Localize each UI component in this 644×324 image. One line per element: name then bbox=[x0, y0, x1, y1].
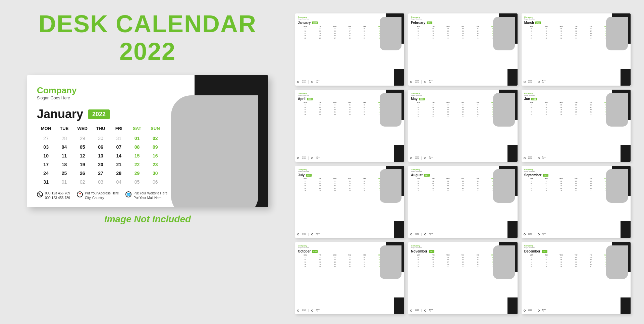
thumb-day: 06 bbox=[524, 182, 539, 185]
thumb-hdr-thu: THU bbox=[569, 178, 583, 180]
thumb-day: 15 bbox=[411, 261, 426, 263]
thumb-day: 28 bbox=[539, 266, 554, 268]
thumb-day: 29 bbox=[357, 266, 372, 268]
thumb-day: 22 bbox=[411, 35, 426, 37]
thumb-phone-text: 000 123456 789 bbox=[528, 81, 532, 83]
thumb-month-name: November bbox=[411, 249, 427, 253]
thumb-hdr-thu: THU bbox=[569, 102, 583, 103]
thumb-day: 28 bbox=[342, 266, 357, 268]
thumb-location-icon bbox=[311, 81, 313, 83]
thumb-day: 19 bbox=[313, 35, 327, 37]
calendar-day: 18 bbox=[55, 160, 73, 169]
thumb-day: 16 bbox=[569, 185, 583, 187]
thumb-black-corner-bottom bbox=[507, 297, 518, 314]
thumb-phone-icon bbox=[297, 310, 299, 312]
thumb-day: 24 bbox=[569, 111, 583, 113]
thumb-day: 25 bbox=[569, 35, 583, 37]
thumb-hdr-tue: TUE bbox=[539, 178, 554, 180]
thumb-hdr-mon: MON bbox=[524, 178, 539, 180]
thumb-day: 10 bbox=[441, 30, 455, 32]
thumb-day: 08 bbox=[554, 182, 569, 185]
thumb-day: 15 bbox=[524, 32, 539, 35]
thumb-day: 30 bbox=[313, 104, 327, 106]
thumb-day: 02 bbox=[357, 104, 372, 106]
thumb-hdr-tue: TUE bbox=[426, 102, 441, 103]
phone-icon: 📞 bbox=[37, 191, 43, 197]
thumb-hdr-tue: TUE bbox=[313, 254, 327, 256]
thumb-phone-text: 000 123456 789 bbox=[415, 81, 419, 83]
thumb-day: 17 bbox=[583, 185, 598, 187]
thumb-day: 20 bbox=[327, 263, 342, 266]
thumb-day: 17 bbox=[554, 32, 569, 35]
thumb-phone-text: 000 123456 789 bbox=[415, 309, 419, 312]
thumb-hdr-fri: FRI bbox=[470, 102, 485, 103]
thumb-day: 06 bbox=[313, 106, 327, 108]
thumb-day: 01 bbox=[411, 28, 426, 30]
thumb-day: 27 bbox=[470, 104, 485, 106]
thumb-day: 31 bbox=[411, 104, 426, 106]
calendar-day: 13 bbox=[92, 152, 110, 160]
thumb-card-november: Company Slogan Goes Here November 2022 M… bbox=[408, 242, 517, 314]
thumb-year-badge: 2022 bbox=[542, 250, 547, 253]
thumb-day: 30 bbox=[569, 189, 583, 192]
thumb-day: 11 bbox=[298, 261, 313, 263]
thumb-day: 15 bbox=[357, 32, 372, 35]
thumb-hdr-tue: TUE bbox=[539, 254, 554, 256]
thumb-day: 13 bbox=[524, 185, 539, 187]
thumb-location-icon bbox=[538, 310, 540, 312]
thumb-day: 04 bbox=[569, 28, 583, 30]
calendar-day: 05 bbox=[73, 143, 92, 151]
calendar-day: 26 bbox=[73, 169, 92, 177]
thumb-day: 09 bbox=[357, 106, 372, 108]
thumb-day: 12 bbox=[441, 108, 455, 111]
thumb-day: 10 bbox=[441, 259, 455, 261]
thumb-day: 16 bbox=[539, 32, 554, 35]
left-panel: DESK CALENDAR 2022 Company Slogan Goes H… bbox=[13, 10, 282, 225]
thumb-day: 08 bbox=[411, 30, 426, 32]
thumb-day: 29 bbox=[342, 189, 357, 192]
thumb-day: 24 bbox=[583, 187, 598, 189]
thumb-black-corner-bottom bbox=[621, 145, 631, 162]
thumb-day: 11 bbox=[298, 32, 313, 35]
thumb-day: 26 bbox=[470, 187, 485, 189]
thumb-location-icon bbox=[311, 310, 313, 312]
thumb-month-name: Jun bbox=[524, 97, 530, 101]
thumb-day: 21 bbox=[327, 111, 342, 113]
thumb-day: 06 bbox=[313, 182, 327, 185]
thumb-day: 20 bbox=[524, 263, 539, 266]
thumb-month-name: October bbox=[298, 249, 311, 253]
thumb-day: 20 bbox=[455, 111, 470, 113]
calendar-day: 25 bbox=[55, 169, 73, 177]
thumb-address-text: AddressCity bbox=[316, 309, 320, 312]
thumb-day: 18 bbox=[426, 111, 441, 113]
thumb-day: 09 bbox=[539, 30, 554, 32]
thumb-day: 31 bbox=[524, 180, 539, 182]
thumb-hdr-thu: THU bbox=[455, 178, 470, 180]
thumb-day: 11 bbox=[583, 106, 598, 108]
thumb-day: 02 bbox=[426, 37, 441, 39]
thumb-day: 27 bbox=[524, 189, 539, 192]
thumb-card-january: Company Slogan Goes Here January 2022 MO… bbox=[295, 13, 404, 86]
hdr-sun: SUN bbox=[146, 125, 164, 132]
thumb-day: 01 bbox=[554, 180, 569, 182]
thumb-hdr-mon: MON bbox=[298, 254, 313, 256]
thumb-day: 25 bbox=[583, 111, 598, 113]
thumb-day: 30 bbox=[554, 113, 569, 115]
thumb-hdr-wed: WED bbox=[554, 254, 569, 256]
calendar-grid: MON TUE WED THU FRI SAT SUN 272829303101… bbox=[37, 125, 164, 186]
calendar-day: 04 bbox=[55, 143, 73, 151]
thumb-day: 22 bbox=[539, 111, 554, 113]
calendar-day: 17 bbox=[37, 160, 55, 169]
thumb-hdr-tue: TUE bbox=[426, 26, 441, 27]
thumb-day: 08 bbox=[411, 182, 426, 185]
thumb-day: 26 bbox=[470, 263, 485, 266]
thumb-day: 27 bbox=[327, 37, 342, 39]
thumb-phone-icon bbox=[410, 81, 412, 83]
thumb-day: 07 bbox=[470, 106, 485, 108]
thumb-day: 22 bbox=[342, 111, 357, 113]
thumb-day: 02 bbox=[426, 28, 441, 30]
thumb-day: 10 bbox=[583, 182, 598, 185]
thumb-location-icon bbox=[538, 81, 540, 83]
thumb-hdr-wed: WED bbox=[441, 102, 455, 103]
thumb-day: 01 bbox=[342, 180, 357, 182]
